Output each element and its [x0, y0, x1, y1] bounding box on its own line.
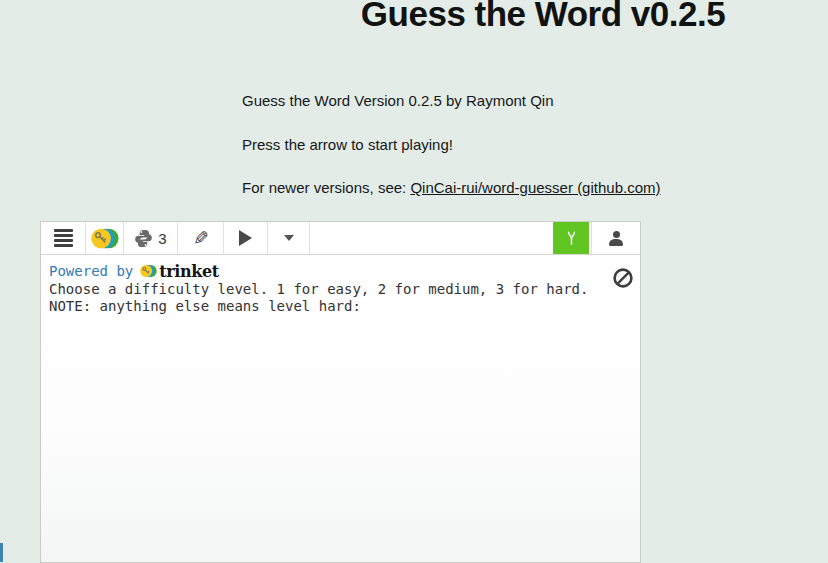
hamburger-icon [54, 229, 73, 247]
user-icon [608, 231, 624, 246]
run-button[interactable] [224, 222, 268, 254]
edit-button[interactable]: ✎ [178, 222, 224, 254]
language-badge[interactable]: 3 [124, 222, 178, 254]
pencil-icon: ✎ [193, 229, 209, 248]
toolbar-spacer [310, 222, 553, 254]
trinket-logo-button[interactable] [86, 222, 124, 254]
python-icon [134, 229, 153, 248]
console-line: Choose a difficulty level. 1 for easy, 2… [49, 281, 632, 298]
page-title: Guess the Word v0.2.5 [243, 0, 828, 32]
python-version-label: 3 [158, 230, 166, 247]
trinket-widget: 3 ✎ [40, 221, 641, 563]
page-scrollbar-sliver [0, 543, 3, 562]
trinket-logo-icon [91, 226, 119, 251]
trinket-toolbar: 3 ✎ [41, 222, 640, 255]
powered-by-label: Powered by [49, 263, 133, 279]
instruction-text: Press the arrow to start playing! [242, 136, 453, 154]
account-button[interactable] [591, 222, 640, 254]
menu-button[interactable] [41, 222, 86, 254]
caret-down-icon [284, 235, 294, 241]
versions-prefix: For newer versions, see: [242, 179, 406, 196]
run-options-button[interactable] [268, 222, 310, 254]
trinket-brand-link[interactable]: trinket [159, 262, 218, 281]
fork-icon [564, 229, 579, 248]
github-link[interactable]: QinCai-rui/word-guesser (github.com) [410, 179, 660, 196]
versions-text: For newer versions, see: QinCai-rui/word… [242, 179, 661, 197]
console-output[interactable]: Powered by trinket Choose a d [41, 255, 640, 562]
remix-fork-button[interactable] [553, 222, 589, 254]
play-icon [239, 230, 252, 246]
console-line: NOTE: anything else means level hard: [49, 298, 632, 315]
stop-button[interactable] [612, 267, 634, 289]
powered-by-row: Powered by trinket [49, 262, 632, 280]
trinket-mini-logo-icon [140, 263, 157, 279]
byline-text: Guess the Word Version 0.2.5 by Raymont … [242, 92, 554, 110]
page: Guess the Word v0.2.5 Guess the Word Ver… [0, 0, 828, 563]
circle-slash-icon [612, 267, 634, 289]
